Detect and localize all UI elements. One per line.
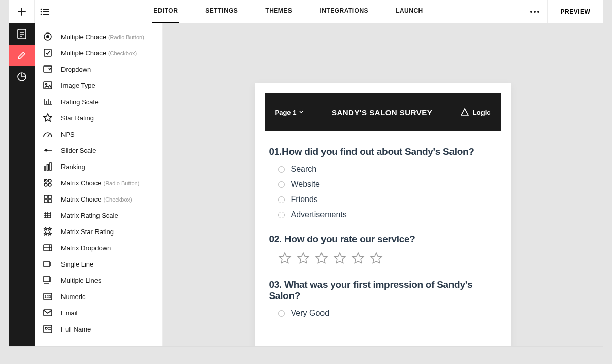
qtype-single-line[interactable]: Single Line: [35, 256, 162, 272]
qtype-star[interactable]: Star Rating: [35, 110, 162, 126]
tab-launch[interactable]: LAUNCH: [395, 0, 424, 23]
svg-point-4: [41, 13, 42, 15]
question-text: 01.How did you find out about Sandy's Sa…: [269, 146, 497, 157]
question[interactable]: 02. How do you rate our service?: [269, 234, 497, 265]
qtype-radio[interactable]: Multiple Choice(Radio Button): [35, 28, 162, 45]
answer-option[interactable]: Advertisements: [278, 210, 497, 219]
answers: Very Good: [269, 309, 497, 318]
qtype-sublabel: (Checkbox): [108, 50, 137, 56]
qtype-matrix-dropdown[interactable]: Matrix Dropdown: [35, 240, 162, 256]
question-text: 02. How do you rate our service?: [269, 234, 497, 245]
star-icon[interactable]: [297, 252, 310, 265]
tab-settings[interactable]: SETTINGS: [204, 0, 239, 23]
qtype-label: NPS: [61, 130, 75, 138]
more-button[interactable]: [522, 0, 548, 23]
qtype-multi-line[interactable]: Multiple Lines: [35, 272, 162, 288]
svg-rect-26: [48, 195, 51, 198]
svg-rect-5: [43, 14, 49, 15]
svg-text:123: 123: [44, 294, 51, 299]
qtype-label: Matrix Star Rating: [61, 228, 114, 236]
question-type-panel: Multiple Choice(Radio Button)Multiple Ch…: [35, 23, 163, 346]
svg-rect-30: [44, 262, 50, 266]
svg-rect-31: [44, 277, 50, 282]
radio-icon: [278, 181, 285, 188]
svg-rect-12: [44, 49, 51, 56]
matrix-check-icon: [43, 194, 53, 204]
star-icon[interactable]: [351, 252, 365, 265]
star-icon: [43, 113, 53, 123]
answers: SearchWebsiteFriendsAdvertisements: [269, 164, 497, 219]
qtype-matrix-check[interactable]: Matrix Choice(Checkbox): [35, 191, 162, 207]
matrix-star-icon: [43, 226, 53, 237]
qtype-numeric[interactable]: 123Numeric: [35, 288, 162, 305]
qtype-ranking[interactable]: Ranking: [35, 158, 162, 175]
svg-point-8: [537, 11, 539, 13]
add-button[interactable]: [9, 0, 35, 23]
qtype-matrix-star[interactable]: Matrix Star Rating: [35, 223, 162, 240]
answer-option[interactable]: Very Good: [278, 309, 497, 318]
qtype-label: Dropdown: [61, 65, 91, 73]
qtype-sublabel: (Radio Button): [103, 180, 139, 186]
svg-point-22: [48, 179, 51, 182]
qtype-fullname[interactable]: Full Name: [35, 321, 162, 337]
answer-option[interactable]: Search: [278, 164, 497, 174]
svg-point-0: [41, 8, 42, 10]
svg-rect-28: [48, 200, 51, 203]
qtype-checkbox[interactable]: Multiple Choice(Checkbox): [35, 45, 162, 61]
qtype-label: Matrix Dropdown: [61, 244, 111, 252]
star-icon[interactable]: [315, 252, 328, 265]
qtype-rating[interactable]: Rating Scale: [35, 93, 162, 110]
qtype-nps[interactable]: NPS: [35, 126, 162, 142]
svg-point-23: [44, 183, 47, 186]
page-selector[interactable]: Page 1: [275, 109, 304, 116]
logic-label: Logic: [473, 109, 491, 116]
qtype-dropdown[interactable]: Dropdown: [35, 61, 162, 77]
star-icon[interactable]: [278, 252, 292, 265]
qtype-label: Matrix Rating Scale: [61, 212, 118, 219]
qtype-image[interactable]: Image Type: [35, 77, 162, 93]
tab-themes[interactable]: THEMES: [264, 0, 293, 23]
tab-integrations[interactable]: INTEGRATIONS: [318, 0, 369, 23]
question[interactable]: 01.How did you find out about Sandy's Sa…: [269, 146, 497, 219]
star-icon[interactable]: [370, 252, 383, 265]
list-button[interactable]: [35, 0, 55, 23]
radio-icon: [43, 31, 53, 42]
plus-icon: [17, 7, 26, 16]
answer-label: Friends: [291, 195, 318, 204]
star-rating[interactable]: [269, 252, 497, 265]
rail-stats[interactable]: [9, 66, 35, 87]
star-icon[interactable]: [333, 252, 346, 265]
question[interactable]: 03. What was your first impression of Sa…: [269, 279, 497, 318]
pencil-icon: [17, 51, 26, 60]
rail-edit[interactable]: [9, 45, 35, 66]
matrix-rating-icon: [43, 210, 53, 220]
preview-button[interactable]: PREVIEW: [548, 8, 603, 15]
answer-label: Website: [291, 180, 320, 189]
svg-point-15: [46, 84, 47, 85]
rail-page[interactable]: [9, 23, 35, 45]
logic-button[interactable]: Logic: [461, 108, 491, 116]
qtype-matrix-rating[interactable]: Matrix Rating Scale: [35, 207, 162, 223]
page-icon: [17, 29, 26, 39]
top-bar: EDITORSETTINGSTHEMESINTEGRATIONSLAUNCH P…: [9, 0, 603, 23]
tab-editor[interactable]: EDITOR: [152, 0, 179, 23]
answer-option[interactable]: Website: [278, 180, 497, 189]
qtype-matrix-radio[interactable]: Matrix Choice(Radio Button): [35, 175, 162, 191]
qtype-label: Multiple Lines: [61, 277, 102, 284]
qtype-email[interactable]: Email: [35, 305, 162, 321]
svg-point-11: [46, 35, 49, 38]
svg-rect-18: [47, 164, 49, 170]
qtype-label: Multiple Choice: [61, 33, 106, 41]
side-rail: [9, 23, 35, 346]
list-icon: [40, 8, 49, 15]
logic-icon: [461, 108, 469, 116]
answer-label: Search: [291, 164, 317, 174]
answer-label: Very Good: [291, 309, 330, 318]
qtype-label: Single Line: [61, 260, 93, 268]
qtype-sublabel: (Checkbox): [103, 196, 132, 203]
qtype-label: Multiple Choice: [61, 49, 106, 57]
qtype-label: Image Type: [61, 82, 95, 89]
qtype-slider[interactable]: Slider Scale: [35, 142, 162, 158]
svg-point-7: [534, 11, 536, 13]
answer-option[interactable]: Friends: [278, 195, 497, 204]
